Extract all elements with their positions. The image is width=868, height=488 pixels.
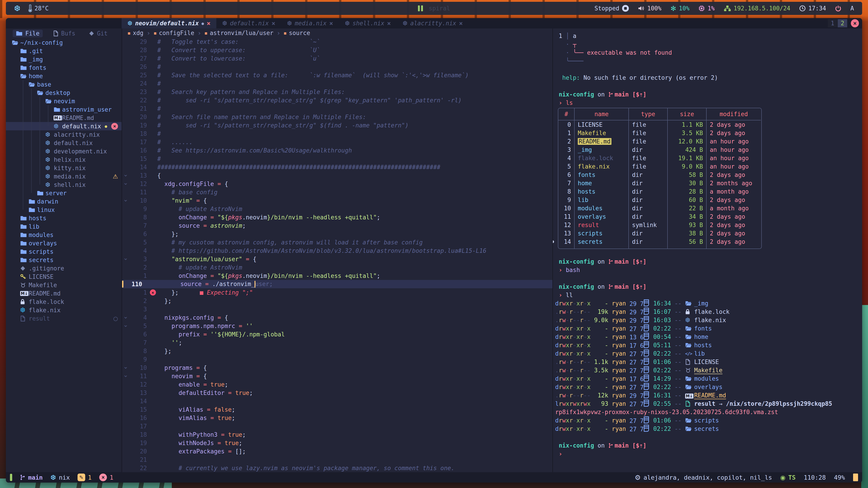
breadcrumb-item[interactable]: ▪ astronvim/lua/user [204,30,273,36]
editor-line[interactable]: › 12 xdg.configFile = { [122,180,553,188]
fold-column[interactable]: › [122,364,130,371]
tree-item-lib[interactable]: lib [6,222,122,231]
editor-line[interactable]: 28 # Convert to uppercase: `U` [122,46,553,54]
editor-line[interactable]: 8 }; [122,347,553,355]
editor-line[interactable]: 17 [122,422,553,430]
buffer-tab-shell.nix[interactable]: ❆ shell.nix × [339,18,397,29]
tree-item-overlays[interactable]: overlays [6,239,122,248]
editor-line[interactable]: 11 # base config [122,188,553,196]
media-title[interactable]: spiral [429,5,450,12]
tree-item-flake.lock[interactable]: flake.lock [6,297,122,306]
tree-item-~/nix-config[interactable]: ~/nix-config [6,38,122,47]
tree-item-scripts[interactable]: scripts [6,248,122,256]
editor-line[interactable]: 110 source = ./astronvim_user; [122,280,553,288]
editor-line[interactable]: 16 # See https://astronvim.com/Basic%20U… [122,146,553,155]
buffer-tab-media.nix[interactable]: ❆ media.nix × [281,18,339,29]
editor-line[interactable]: 20 # Search file name pattern and Replac… [122,113,553,121]
sidebar-tab-Git[interactable]: Git [86,30,111,37]
editor-line[interactable]: 1 onChange = "${pkgs.neovim}/bin/nvim --… [122,271,553,280]
editor-line[interactable]: 25 # Save the selected text to a file: `… [122,71,553,79]
window-close-button[interactable]: × [851,19,859,27]
editor-line[interactable]: 1 × }; ■ Expecting ";" [122,288,553,297]
media-pause-icon[interactable] [418,5,423,11]
fold-column[interactable]: › [122,323,130,329]
fold-column[interactable]: › [122,256,130,263]
fold-column[interactable]: › [122,373,130,380]
close-icon[interactable]: × [111,123,118,130]
fold-column[interactable]: › [122,197,130,204]
editor-line[interactable]: › 3 "astronvim/lua/user" = { [122,255,553,263]
code-editor[interactable]: 29 # Toggle text's case: `~` 28 # Conver… [122,37,553,472]
editor-line[interactable]: 9 # update AstroNvim [122,205,553,213]
editor-line[interactable]: 23 # Search key pattern and Replace in M… [122,88,553,96]
network-widget[interactable]: 192.168.5.100/24 [724,5,790,12]
editor-line[interactable]: 21 [122,455,553,464]
fold-column[interactable]: › [122,172,130,179]
tree-item-hosts[interactable]: hosts [6,214,122,222]
cpu-widget[interactable]: ✻ 10% [671,4,689,12]
editor-line[interactable]: 12 enable = true; [122,380,553,389]
editor-line[interactable]: › 10 programs = { [122,363,553,372]
player-status-widget[interactable]: Stopped [594,5,629,12]
editor-line[interactable]: › 10 "nvim" = { [122,196,553,205]
editor-line[interactable]: 22 # currently we use lazy.nvim as neovi… [122,464,553,472]
tree-item-fonts[interactable]: fonts [6,64,122,72]
tree-item-.git[interactable]: .git [6,47,122,55]
tree-item-LICENSE[interactable]: LICENSE [6,272,122,281]
sidebar-tab-Bufs[interactable]: Bufs [50,30,79,37]
editor-line[interactable]: 21 # [122,104,553,113]
editor-line[interactable]: 14 #####################################… [122,163,553,171]
editor-line[interactable]: 2 # update AstroNvim [122,263,553,271]
vim-tab-1[interactable]: 1 [828,19,837,27]
editor-line[interactable]: › 4 nixpkgs.config = { [122,313,553,322]
editor-line[interactable]: › 11 neovim = { [122,372,553,380]
tree-item-secrets[interactable]: secrets [6,256,122,264]
editor-line[interactable]: 13 defaultEditor = true; [122,389,553,397]
editor-line[interactable]: 14 [122,397,553,405]
breadcrumb-item[interactable]: ▪ xdg [127,30,144,36]
editor-line[interactable]: 5 # my cusotom astronvim config, astronv… [122,238,553,247]
editor-line[interactable]: 17 # ...... [122,138,553,146]
vim-tab-2[interactable]: 2 [838,19,847,27]
fold-column[interactable]: › [122,314,130,321]
editor-line[interactable]: 26 # [122,63,553,71]
tab-close-icon[interactable]: × [207,20,211,27]
tree-item-Makefile[interactable]: Makefile [6,281,122,289]
git-branch-segment[interactable]: main [20,474,43,481]
memory-widget[interactable]: 1% [699,5,715,12]
editor-line[interactable]: 9 [122,355,553,363]
terminal-pane[interactable]: 1 │ a · ┬ · ╰── executable was not found… [553,29,862,472]
tree-item-home[interactable]: home [6,72,122,80]
editor-line[interactable]: 3 [122,305,553,313]
editor-line[interactable]: 18 # [122,129,553,138]
editor-line[interactable]: 6 }; [122,230,553,238]
editor-line[interactable]: 7 ''; [122,338,553,347]
keyboard-layout-indicator[interactable]: A [850,5,854,12]
buffer-tab-neovim/default.nix[interactable]: ❆ neovim/default.nix ● × [122,18,216,29]
editor-line[interactable]: 18 withPython3 = true; [122,430,553,439]
buffer-tab-alacritty.nix[interactable]: ❆ alacritty.nix × [397,18,469,29]
buffer-tab-default.nix[interactable]: ❆ default.nix × [216,18,281,29]
breadcrumb-item[interactable]: ▪ source [284,30,310,36]
editor-line[interactable]: 2 }; [122,297,553,305]
editor-line[interactable]: 24 # [122,79,553,88]
shell-cursor-line[interactable]: › [555,450,861,458]
editor-line[interactable]: 20 extraPackages = []; [122,447,553,455]
tab-close-icon[interactable]: × [272,20,275,27]
tree-item-README.md[interactable]: M↓README.md [6,289,122,297]
tree-item-modules[interactable]: modules [6,231,122,239]
clock-widget[interactable]: 17:34 [799,5,826,12]
tree-item-.gitignore[interactable]: .gitignore [6,264,122,272]
editor-line[interactable]: 7 source = astronvim; [122,221,553,230]
tree-item-_img[interactable]: _img [6,55,122,64]
volume-widget[interactable]: 100% [638,5,662,12]
tab-close-icon[interactable]: × [387,20,391,27]
editor-line[interactable]: 6 prefix = ''${HOME}/.npm-global [122,330,553,338]
tree-item-flake.nix[interactable]: ❆flake.nix [6,306,122,314]
editor-line[interactable]: 16 vimAlias = true; [122,414,553,422]
fold-column[interactable]: › [122,181,130,187]
editor-line[interactable]: 19 # sed -ri "s/pattern_str/replace_str/… [122,121,553,129]
editor-line[interactable]: 29 # Toggle text's case: `~` [122,37,553,46]
editor-line[interactable]: 22 # sed -ri "s/pattern_str/replace_str/… [122,96,553,104]
editor-line[interactable]: 15 # [122,155,553,163]
